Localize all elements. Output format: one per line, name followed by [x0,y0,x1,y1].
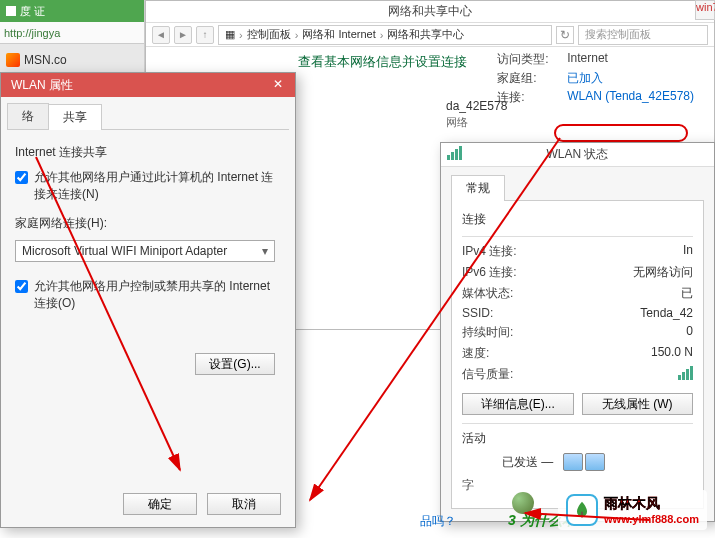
browser-topbar: 度 证 [0,0,144,22]
nc-right-pane: 访问类型:Internet 家庭组:已加入 连接:WLAN (Tenda_42E… [497,51,694,108]
fav-label: MSN.co [24,53,67,67]
cancel-button[interactable]: 取消 [207,493,281,515]
row-duration: 持续时间:0 [462,324,693,341]
globe-icon[interactable] [512,492,534,514]
adapter-dropdown[interactable]: Microsoft Virtual WIFI Miniport Adapter [15,240,275,262]
allow-share-checkbox[interactable]: 允许其他网络用户通过此计算机的 Internet 连接来连接(N) [15,169,281,203]
row-ssid: SSID:Tenda_42 [462,306,693,320]
network-activity-icon [563,453,605,471]
brand-name: 雨林木风 [604,495,699,513]
wlan-properties-dialog: WLAN 属性 ✕ 络 共享 Internet 连接共享 允许其他网络用户通过此… [0,72,296,528]
favorite-link[interactable]: MSN.co [6,53,67,67]
tab-sharing[interactable]: 共享 [48,104,102,130]
win-edge: win7 [695,0,715,20]
nav-fwd-button[interactable]: ► [174,26,192,44]
tab-network[interactable]: 络 [7,103,49,129]
row-ipv4: IPv4 连接:In [462,243,693,260]
search-input[interactable]: 搜索控制面板 [578,25,708,45]
wireless-props-button[interactable]: 无线属性 (W) [582,393,694,415]
stat-tab-general[interactable]: 常规 [451,175,505,201]
nav-up-button[interactable]: ↑ [196,26,214,44]
watermark: 雨林木风 www.ylmf888.com [558,490,707,530]
stat-title: WLAN 状态 [546,146,608,163]
browser-logo-icon [6,6,16,16]
settings-button[interactable]: 设置(G)... [195,353,275,375]
stat-titlebar[interactable]: WLAN 状态 [441,143,714,167]
homegroup-link[interactable]: 已加入 [567,70,603,87]
browser-brand: 度 证 [20,4,45,19]
wlan-connection-link[interactable]: WLAN (Tenda_42E578) [567,89,694,106]
breadcrumb: ◄ ► ↑ ▦ › 控制面板 › 网络和 Internet › 网络和共享中心 … [146,23,714,47]
wlan-status-dialog: WLAN 状态 常规 连接 IPv4 连接:In IPv6 连接:无网络访问 媒… [440,142,715,522]
prop-title: WLAN 属性 [11,77,73,94]
footer-q: 品吗？ [420,513,456,530]
close-button[interactable]: ✕ [265,75,291,93]
msn-icon [6,53,20,67]
activity-row: 已发送 — [462,453,693,471]
brand-url: www.ylmf888.com [604,513,699,525]
ics-group: Internet 连接共享 [15,144,281,161]
prop-titlebar[interactable]: WLAN 属性 ✕ [1,73,295,97]
conn-group: 连接 [462,211,693,228]
row-signal: 信号质量: [462,366,693,383]
chk2-input[interactable] [15,280,28,293]
address-bar[interactable]: http://jingya [0,22,144,44]
svg-rect-0 [581,512,583,518]
network-sub: 网络 [446,115,468,130]
nc-title: 网络和共享中心 [146,1,714,23]
network-name: da_42E578 [446,99,507,113]
chk1-input[interactable] [15,171,28,184]
prop-tabs: 络 共享 [7,103,289,130]
activity-label: 活动 [462,430,693,447]
path-icon: ▦ [225,28,235,41]
ok-button[interactable]: 确定 [123,493,197,515]
home-conn-label: 家庭网络连接(H): [15,215,281,232]
breadcrumb-path[interactable]: ▦ › 控制面板 › 网络和 Internet › 网络和共享中心 [218,25,552,45]
address-url: http://jingya [4,27,60,39]
allow-control-checkbox[interactable]: 允许其他网络用户控制或禁用共享的 Internet 连接(O) [15,278,281,312]
row-ipv6: IPv6 连接:无网络访问 [462,264,693,281]
browser-leftover: 度 证 http://jingya MSN.co [0,0,145,72]
brand-icon [566,494,598,526]
refresh-button[interactable]: ↻ [556,26,574,44]
nav-back-button[interactable]: ◄ [152,26,170,44]
details-button[interactable]: 详细信息(E)... [462,393,574,415]
row-speed: 速度:150.0 N [462,345,693,362]
signal-icon [447,146,462,160]
row-media: 媒体状态:已 [462,285,693,302]
